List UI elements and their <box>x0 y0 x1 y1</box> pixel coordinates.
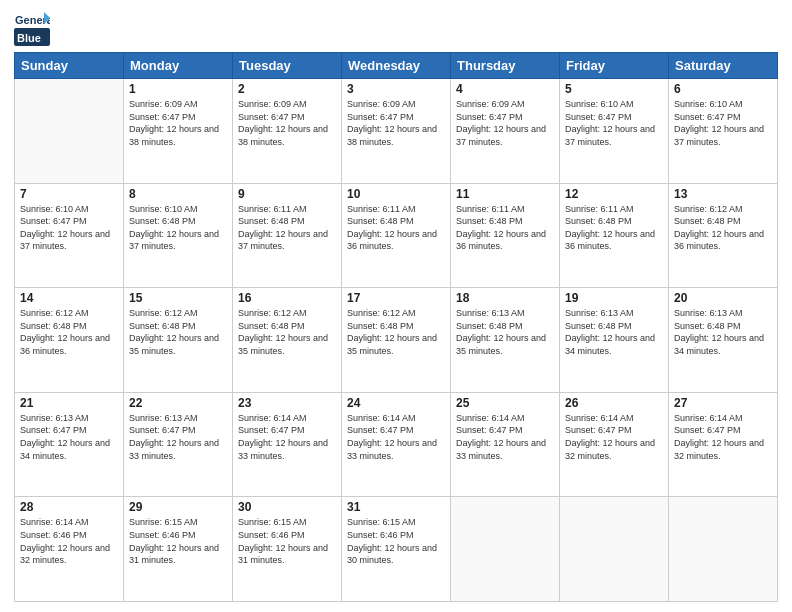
calendar-cell: 17Sunrise: 6:12 AMSunset: 6:48 PMDayligh… <box>342 288 451 393</box>
sunset-text: Sunset: 6:48 PM <box>238 215 336 228</box>
sunset-text: Sunset: 6:47 PM <box>347 111 445 124</box>
day-info: Sunrise: 6:12 AMSunset: 6:48 PMDaylight:… <box>674 203 772 253</box>
day-info: Sunrise: 6:14 AMSunset: 6:47 PMDaylight:… <box>674 412 772 462</box>
day-number: 2 <box>238 82 336 96</box>
daylight-line1: Daylight: 12 hours and 36 minutes. <box>456 228 554 253</box>
calendar-cell: 6Sunrise: 6:10 AMSunset: 6:47 PMDaylight… <box>669 79 778 184</box>
calendar-cell: 20Sunrise: 6:13 AMSunset: 6:48 PMDayligh… <box>669 288 778 393</box>
calendar-cell: 8Sunrise: 6:10 AMSunset: 6:48 PMDaylight… <box>124 183 233 288</box>
day-number: 26 <box>565 396 663 410</box>
daylight-line1: Daylight: 12 hours and 31 minutes. <box>129 542 227 567</box>
sunrise-text: Sunrise: 6:11 AM <box>565 203 663 216</box>
sunset-text: Sunset: 6:47 PM <box>674 111 772 124</box>
daylight-line1: Daylight: 12 hours and 32 minutes. <box>565 437 663 462</box>
day-info: Sunrise: 6:13 AMSunset: 6:48 PMDaylight:… <box>674 307 772 357</box>
sunset-text: Sunset: 6:48 PM <box>238 320 336 333</box>
day-info: Sunrise: 6:13 AMSunset: 6:48 PMDaylight:… <box>565 307 663 357</box>
day-number: 3 <box>347 82 445 96</box>
calendar-cell: 18Sunrise: 6:13 AMSunset: 6:48 PMDayligh… <box>451 288 560 393</box>
calendar-week-row: 14Sunrise: 6:12 AMSunset: 6:48 PMDayligh… <box>15 288 778 393</box>
calendar-cell: 22Sunrise: 6:13 AMSunset: 6:47 PMDayligh… <box>124 392 233 497</box>
day-info: Sunrise: 6:12 AMSunset: 6:48 PMDaylight:… <box>20 307 118 357</box>
day-number: 23 <box>238 396 336 410</box>
day-number: 11 <box>456 187 554 201</box>
sunrise-text: Sunrise: 6:13 AM <box>129 412 227 425</box>
day-info: Sunrise: 6:14 AMSunset: 6:47 PMDaylight:… <box>456 412 554 462</box>
day-info: Sunrise: 6:11 AMSunset: 6:48 PMDaylight:… <box>347 203 445 253</box>
sunrise-text: Sunrise: 6:12 AM <box>20 307 118 320</box>
daylight-line1: Daylight: 12 hours and 37 minutes. <box>129 228 227 253</box>
calendar-cell: 4Sunrise: 6:09 AMSunset: 6:47 PMDaylight… <box>451 79 560 184</box>
sunrise-text: Sunrise: 6:14 AM <box>347 412 445 425</box>
sunrise-text: Sunrise: 6:14 AM <box>674 412 772 425</box>
day-number: 6 <box>674 82 772 96</box>
sunset-text: Sunset: 6:48 PM <box>674 320 772 333</box>
sunrise-text: Sunrise: 6:13 AM <box>20 412 118 425</box>
daylight-line1: Daylight: 12 hours and 37 minutes. <box>20 228 118 253</box>
sunrise-text: Sunrise: 6:09 AM <box>456 98 554 111</box>
day-info: Sunrise: 6:13 AMSunset: 6:48 PMDaylight:… <box>456 307 554 357</box>
sunrise-text: Sunrise: 6:09 AM <box>129 98 227 111</box>
calendar-cell: 14Sunrise: 6:12 AMSunset: 6:48 PMDayligh… <box>15 288 124 393</box>
sunrise-text: Sunrise: 6:10 AM <box>20 203 118 216</box>
daylight-line1: Daylight: 12 hours and 35 minutes. <box>456 332 554 357</box>
day-info: Sunrise: 6:12 AMSunset: 6:48 PMDaylight:… <box>347 307 445 357</box>
daylight-line1: Daylight: 12 hours and 36 minutes. <box>347 228 445 253</box>
logo-icon: Blue General <box>14 10 50 46</box>
calendar-cell: 28Sunrise: 6:14 AMSunset: 6:46 PMDayligh… <box>15 497 124 602</box>
daylight-line1: Daylight: 12 hours and 33 minutes. <box>238 437 336 462</box>
calendar-cell: 16Sunrise: 6:12 AMSunset: 6:48 PMDayligh… <box>233 288 342 393</box>
calendar-cell: 31Sunrise: 6:15 AMSunset: 6:46 PMDayligh… <box>342 497 451 602</box>
day-info: Sunrise: 6:10 AMSunset: 6:47 PMDaylight:… <box>20 203 118 253</box>
day-info: Sunrise: 6:14 AMSunset: 6:47 PMDaylight:… <box>347 412 445 462</box>
calendar-cell: 11Sunrise: 6:11 AMSunset: 6:48 PMDayligh… <box>451 183 560 288</box>
day-number: 22 <box>129 396 227 410</box>
sunset-text: Sunset: 6:48 PM <box>347 320 445 333</box>
daylight-line1: Daylight: 12 hours and 33 minutes. <box>347 437 445 462</box>
day-number: 7 <box>20 187 118 201</box>
day-info: Sunrise: 6:11 AMSunset: 6:48 PMDaylight:… <box>565 203 663 253</box>
calendar-cell: 1Sunrise: 6:09 AMSunset: 6:47 PMDaylight… <box>124 79 233 184</box>
sunset-text: Sunset: 6:48 PM <box>565 215 663 228</box>
sunrise-text: Sunrise: 6:13 AM <box>565 307 663 320</box>
daylight-line1: Daylight: 12 hours and 35 minutes. <box>347 332 445 357</box>
header: Blue General <box>14 10 778 46</box>
calendar-cell: 3Sunrise: 6:09 AMSunset: 6:47 PMDaylight… <box>342 79 451 184</box>
header-monday: Monday <box>124 53 233 79</box>
calendar-table: Sunday Monday Tuesday Wednesday Thursday… <box>14 52 778 602</box>
header-wednesday: Wednesday <box>342 53 451 79</box>
sunrise-text: Sunrise: 6:12 AM <box>674 203 772 216</box>
day-number: 8 <box>129 187 227 201</box>
sunset-text: Sunset: 6:47 PM <box>20 215 118 228</box>
calendar-cell: 27Sunrise: 6:14 AMSunset: 6:47 PMDayligh… <box>669 392 778 497</box>
sunrise-text: Sunrise: 6:14 AM <box>565 412 663 425</box>
day-number: 24 <box>347 396 445 410</box>
header-saturday: Saturday <box>669 53 778 79</box>
daylight-line1: Daylight: 12 hours and 38 minutes. <box>347 123 445 148</box>
day-info: Sunrise: 6:09 AMSunset: 6:47 PMDaylight:… <box>456 98 554 148</box>
sunset-text: Sunset: 6:47 PM <box>456 111 554 124</box>
sunrise-text: Sunrise: 6:14 AM <box>238 412 336 425</box>
calendar-cell: 19Sunrise: 6:13 AMSunset: 6:48 PMDayligh… <box>560 288 669 393</box>
sunset-text: Sunset: 6:47 PM <box>129 111 227 124</box>
calendar-week-row: 21Sunrise: 6:13 AMSunset: 6:47 PMDayligh… <box>15 392 778 497</box>
calendar-cell: 7Sunrise: 6:10 AMSunset: 6:47 PMDaylight… <box>15 183 124 288</box>
calendar-cell: 9Sunrise: 6:11 AMSunset: 6:48 PMDaylight… <box>233 183 342 288</box>
sunset-text: Sunset: 6:48 PM <box>565 320 663 333</box>
sunset-text: Sunset: 6:48 PM <box>456 320 554 333</box>
daylight-line1: Daylight: 12 hours and 32 minutes. <box>20 542 118 567</box>
day-info: Sunrise: 6:10 AMSunset: 6:47 PMDaylight:… <box>674 98 772 148</box>
sunset-text: Sunset: 6:48 PM <box>129 320 227 333</box>
day-number: 17 <box>347 291 445 305</box>
day-info: Sunrise: 6:10 AMSunset: 6:47 PMDaylight:… <box>565 98 663 148</box>
day-number: 30 <box>238 500 336 514</box>
calendar-cell: 15Sunrise: 6:12 AMSunset: 6:48 PMDayligh… <box>124 288 233 393</box>
calendar-cell: 29Sunrise: 6:15 AMSunset: 6:46 PMDayligh… <box>124 497 233 602</box>
daylight-line1: Daylight: 12 hours and 36 minutes. <box>674 228 772 253</box>
sunset-text: Sunset: 6:46 PM <box>20 529 118 542</box>
sunset-text: Sunset: 6:48 PM <box>347 215 445 228</box>
day-number: 5 <box>565 82 663 96</box>
header-tuesday: Tuesday <box>233 53 342 79</box>
header-thursday: Thursday <box>451 53 560 79</box>
day-info: Sunrise: 6:12 AMSunset: 6:48 PMDaylight:… <box>238 307 336 357</box>
